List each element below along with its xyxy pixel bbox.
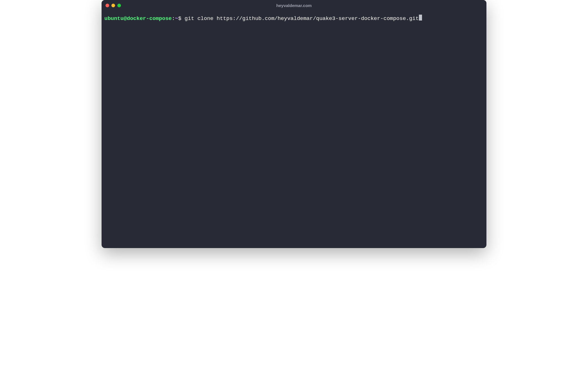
terminal-window: heyvaldemar.com ubuntu@docker-compose:~$…: [102, 0, 486, 248]
command-input[interactable]: git clone https://github.com/heyvaldemar…: [185, 15, 419, 22]
prompt-path: ~: [175, 15, 178, 22]
cursor-icon: [419, 15, 422, 21]
title-bar: heyvaldemar.com: [102, 0, 486, 11]
window-title: heyvaldemar.com: [276, 3, 312, 8]
prompt-user-host: ubuntu@docker-compose: [104, 15, 172, 22]
prompt-symbol: $: [178, 15, 185, 22]
terminal-body[interactable]: ubuntu@docker-compose:~$ git clone https…: [102, 11, 486, 248]
close-icon[interactable]: [106, 4, 109, 7]
prompt-line: ubuntu@docker-compose:~$ git clone https…: [104, 14, 484, 22]
prompt-separator: :: [172, 15, 175, 22]
maximize-icon[interactable]: [117, 4, 121, 7]
traffic-lights: [106, 4, 121, 7]
minimize-icon[interactable]: [111, 4, 115, 7]
